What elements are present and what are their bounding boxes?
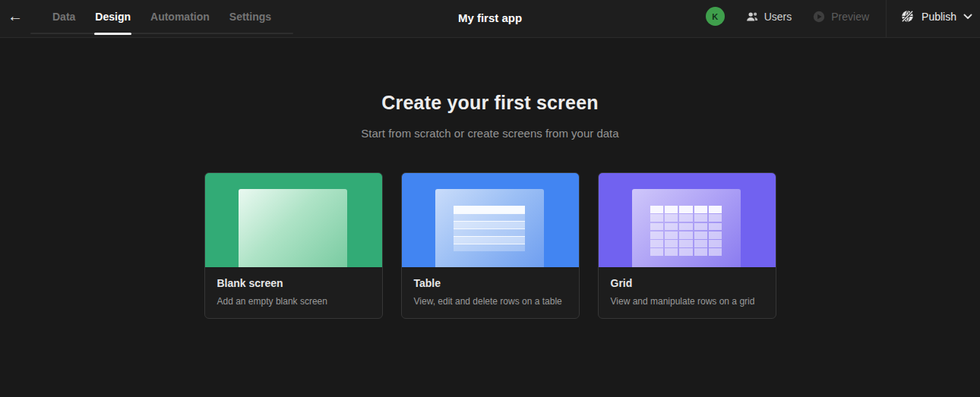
- card-blank-screen[interactable]: Blank screen Add an empty blank screen: [204, 172, 383, 319]
- page-subtitle: Start from scratch or create screens fro…: [0, 127, 980, 140]
- card-title: Blank screen: [217, 277, 370, 289]
- tab-settings[interactable]: Settings: [220, 0, 281, 37]
- grid-preview: [599, 173, 776, 267]
- table-preview: [402, 173, 579, 267]
- publish-button[interactable]: Publish: [887, 0, 980, 33]
- users-label: Users: [764, 11, 792, 23]
- topbar-actions: K Users Preview: [706, 0, 980, 37]
- card-subtitle: View, edit and delete rows on a table: [414, 296, 567, 307]
- page-title: Create your first screen: [0, 92, 980, 114]
- blank-screen-art: [239, 189, 347, 267]
- users-icon: [745, 10, 759, 24]
- tab-design[interactable]: Design: [85, 0, 141, 37]
- builder-tabs: Data Design Automation Settings: [30, 0, 293, 37]
- back-arrow-icon: ←: [8, 8, 23, 25]
- back-button[interactable]: ←: [0, 0, 30, 37]
- card-subtitle: Add an empty blank screen: [217, 296, 370, 307]
- table-art: [454, 206, 525, 251]
- preview-label: Preview: [831, 11, 869, 23]
- publish-label: Publish: [922, 11, 956, 23]
- empty-state: Create your first screen Start from scra…: [0, 92, 980, 319]
- app-title: My first app: [458, 11, 522, 24]
- card-subtitle: View and manipulate rows on a grid: [611, 296, 763, 307]
- chevron-down-icon[interactable]: [963, 14, 972, 20]
- card-title: Grid: [611, 277, 763, 289]
- play-circle-icon: [812, 10, 826, 24]
- screen-template-cards: Blank screen Add an empty blank screen: [0, 172, 980, 319]
- card-table[interactable]: Table View, edit and delete rows on a ta…: [401, 172, 580, 319]
- topbar: ← Data Design Automation Settings My fir…: [0, 0, 980, 38]
- card-grid[interactable]: Grid View and manipulate rows on a grid: [598, 172, 776, 319]
- preview-button[interactable]: Preview: [812, 10, 869, 24]
- tab-automation[interactable]: Automation: [141, 0, 220, 37]
- grid-art: [650, 206, 722, 256]
- card-title: Table: [414, 277, 567, 289]
- globe-strike-icon: [900, 9, 915, 24]
- users-button[interactable]: Users: [745, 10, 792, 24]
- blank-screen-preview: [205, 173, 382, 267]
- tab-data[interactable]: Data: [43, 0, 85, 37]
- user-avatar[interactable]: K: [706, 7, 725, 26]
